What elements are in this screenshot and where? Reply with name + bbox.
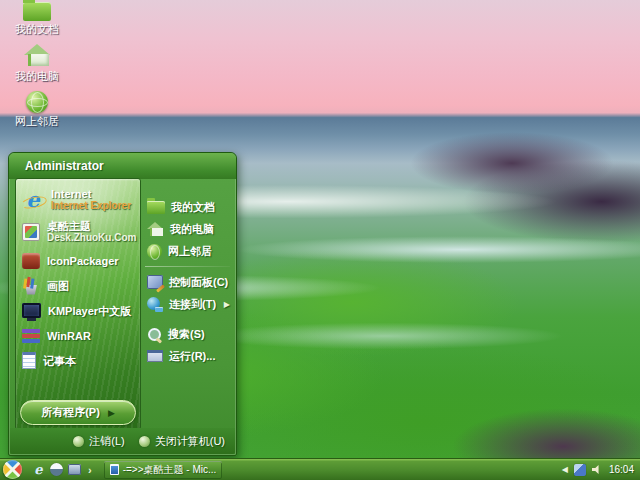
turn-off-icon [139, 436, 150, 447]
menu-item-kmplayer[interactable]: KMPlayer中文版 [20, 298, 136, 323]
globe-icon [147, 244, 162, 259]
menu-item-label: 搜索(S) [168, 327, 205, 342]
run-icon [147, 350, 163, 362]
menu-item-search[interactable]: 搜索(S) [145, 323, 232, 345]
show-desktop-icon[interactable] [68, 464, 81, 475]
menu-item-iconpackager[interactable]: IconPackager [20, 248, 136, 273]
menu-item-sublabel: Desk.ZhuoKu.Com [47, 232, 136, 244]
control-panel-icon [147, 275, 163, 289]
submenu-arrow-icon: ▶ [224, 300, 230, 309]
menu-item-paint[interactable]: 画图 [20, 273, 136, 298]
desktop-icon-label: 网上邻居 [4, 115, 70, 127]
quick-launch-bar: e › [32, 463, 94, 477]
ie-quicklaunch-icon[interactable]: e [32, 463, 45, 477]
menu-item-network-places[interactable]: 网上邻居 [145, 240, 232, 262]
theme-photo-icon [22, 223, 40, 241]
desktop-icon-my-computer[interactable]: 我的电脑 [4, 44, 70, 82]
taskbar: e › -=>>桌酷主题 - Mic... ◀ 16:04 [0, 458, 640, 480]
all-programs-arrow-icon: ▶ [108, 408, 115, 418]
log-off-button[interactable]: 注销(L) [73, 434, 124, 449]
menu-item-label: Internet [51, 188, 91, 200]
all-programs-label: 所有程序(P) [41, 405, 100, 420]
menu-item-run[interactable]: 运行(R)... [145, 345, 232, 367]
search-icon [147, 327, 162, 342]
menu-item-zhuoku-theme[interactable]: 桌酷主题 Desk.ZhuoKu.Com [20, 216, 136, 248]
winrar-icon [22, 328, 40, 344]
menu-item-notepad[interactable]: 记事本 [20, 348, 136, 373]
log-off-icon [73, 436, 84, 447]
internet-explorer-icon: e [22, 189, 44, 211]
folder-icon [147, 201, 165, 214]
taskbar-window-button[interactable]: -=>>桌酷主题 - Mic... [104, 461, 223, 479]
menu-item-control-panel[interactable]: 控制面板(C) [145, 271, 232, 293]
desktop-screen: 我的文档 我的电脑 网上邻居 Administrator e Internet … [0, 0, 640, 480]
browser-quicklaunch-icon[interactable] [50, 463, 63, 476]
taskbar-window-title: -=>>桌酷主题 - Mic... [123, 463, 217, 477]
menu-item-label: IconPackager [47, 255, 119, 267]
connect-globe-icon [147, 297, 163, 312]
kmplayer-icon [22, 303, 41, 318]
volume-icon[interactable] [592, 465, 603, 475]
desktop-icon-label: 我的电脑 [4, 70, 70, 82]
menu-item-label: 画图 [47, 280, 69, 292]
log-off-label: 注销(L) [89, 434, 124, 449]
tray-collapse-icon[interactable]: ◀ [562, 465, 568, 474]
system-tray: ◀ 16:04 [562, 459, 640, 480]
my-computer-house-icon [23, 44, 51, 68]
desktop-icon-my-documents[interactable]: 我的文档 [4, 2, 70, 35]
start-button[interactable] [0, 456, 26, 480]
menu-item-label: 我的电脑 [170, 222, 214, 237]
turn-off-label: 关闭计算机(U) [155, 434, 225, 449]
menu-separator [145, 266, 230, 267]
desktop-icon-network-places[interactable]: 网上邻居 [4, 91, 70, 127]
menu-item-label: 连接到(T) [169, 297, 216, 312]
menu-item-label: 桌酷主题 [47, 220, 91, 232]
menu-item-label: WinRAR [47, 330, 91, 342]
my-documents-folder-icon [23, 2, 51, 21]
menu-item-label: 控制面板(C) [169, 275, 228, 290]
menu-item-label: 记事本 [43, 355, 76, 367]
turn-off-computer-button[interactable]: 关闭计算机(U) [139, 434, 225, 449]
network-globe-icon [26, 91, 48, 113]
menu-item-label: 运行(R)... [169, 349, 215, 364]
start-menu-footer: 注销(L) 关闭计算机(U) [10, 428, 235, 454]
ie-page-icon [110, 464, 119, 475]
menu-item-internet[interactable]: e Internet Internet Explorer [20, 184, 136, 216]
notepad-icon [22, 352, 36, 369]
menu-item-sublabel: Internet Explorer [51, 200, 131, 212]
taskbar-clock[interactable]: 16:04 [609, 464, 634, 475]
start-menu-username: Administrator [9, 153, 236, 179]
menu-item-connect-to[interactable]: 连接到(T) ▶ [145, 293, 232, 315]
menu-item-label: KMPlayer中文版 [48, 305, 131, 317]
menu-item-label: 我的文档 [171, 200, 215, 215]
iconpackager-icon [22, 253, 40, 269]
menu-item-winrar[interactable]: WinRAR [20, 323, 136, 348]
start-menu: Administrator e Internet Internet Explor… [8, 152, 237, 456]
tray-program-icon[interactable] [574, 464, 586, 476]
start-menu-pinned-panel: e Internet Internet Explorer 桌酷主题 Desk.Z… [15, 178, 141, 430]
menu-item-label: 网上邻居 [168, 244, 212, 259]
all-programs-button[interactable]: 所有程序(P) ▶ [20, 400, 136, 425]
menu-item-my-computer[interactable]: 我的电脑 [145, 218, 232, 240]
quick-launch-overflow-chevron[interactable]: › [86, 464, 94, 476]
desktop-icon-list: 我的文档 我的电脑 网上邻居 [4, 2, 70, 136]
house-icon [147, 222, 164, 237]
menu-item-my-documents[interactable]: 我的文档 [145, 196, 232, 218]
paint-icon [22, 277, 40, 295]
desktop-icon-label: 我的文档 [4, 23, 70, 35]
start-menu-places-panel: 我的文档 我的电脑 网上邻居 控制面板(C) 连接到(T) ▶ [145, 178, 232, 427]
